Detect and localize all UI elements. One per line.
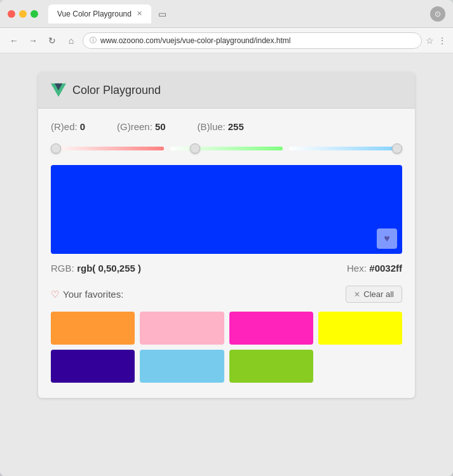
color-values-row: RGB: rgb( 0,50,255 ) Hex: #0032ff — [51, 263, 402, 274]
blue-slider[interactable] — [289, 147, 402, 150]
favorites-heart-icon: ♡ — [51, 289, 59, 300]
account-icon[interactable]: ⊙ — [430, 6, 445, 22]
back-button[interactable]: ← — [6, 33, 22, 48]
tab-bar: Vue Color Playground ✕ ▭ — [48, 4, 425, 23]
traffic-lights — [8, 10, 38, 18]
browser-content: Color Playground (R)ed: 0 (G)reen: 50 (B… — [0, 53, 453, 476]
swatch-yellow[interactable] — [318, 312, 402, 345]
rgb-text-label: RGB: — [51, 263, 74, 274]
swatch-skyblue[interactable] — [140, 350, 224, 383]
vue-logo-icon — [51, 83, 66, 98]
browser-toolbar: ← → ↻ ⌂ ⓘ www.ozoono.com/vuejs/vue-color… — [0, 28, 453, 53]
swatch-green[interactable] — [229, 350, 313, 383]
back-icon: ← — [10, 36, 18, 46]
sliders-row — [51, 142, 402, 155]
active-tab[interactable]: Vue Color Playground ✕ — [48, 4, 151, 23]
hex-display: Hex: #0032ff — [347, 263, 402, 274]
favorites-label: ♡ Your favorites: — [51, 289, 123, 300]
red-slider[interactable] — [51, 147, 164, 150]
traffic-light-green[interactable] — [30, 10, 38, 18]
rgb-text-value: rgb( 0,50,255 ) — [77, 263, 141, 274]
favorites-header: ♡ Your favorites: ✕ Clear all — [51, 286, 402, 303]
swatch-pink[interactable] — [140, 312, 224, 345]
blue-label: (B)lue: — [198, 121, 226, 132]
rgb-labels: (R)ed: 0 (G)reen: 50 (B)lue: 255 — [51, 121, 402, 132]
blue-slider-container — [289, 142, 402, 155]
swatch-purple[interactable] — [51, 350, 135, 383]
green-value: 50 — [155, 121, 166, 132]
clear-x-icon: ✕ — [354, 290, 360, 299]
swatch-orange[interactable] — [51, 312, 135, 345]
lock-icon: ⓘ — [90, 36, 97, 45]
hex-text-value: #0032ff — [369, 263, 402, 274]
red-label: (R)ed: — [51, 121, 78, 132]
home-button[interactable]: ⌂ — [64, 33, 79, 48]
green-slider-container — [170, 142, 283, 155]
favorites-text: Your favorites: — [63, 289, 123, 300]
blue-value: 255 — [228, 121, 244, 132]
swatch-empty — [318, 350, 402, 383]
app-body: (R)ed: 0 (G)reen: 50 (B)lue: 255 — [38, 109, 415, 398]
red-slider-container — [51, 142, 164, 155]
tab-title: Vue Color Playground — [57, 10, 132, 18]
green-label: (G)reen: — [117, 121, 152, 132]
app-title: Color Playground — [72, 84, 161, 97]
account-symbol: ⊙ — [435, 10, 441, 18]
new-tab-button[interactable]: ▭ — [154, 7, 172, 21]
clear-all-button[interactable]: ✕ Clear all — [346, 286, 402, 303]
clear-all-label: Clear all — [363, 289, 394, 299]
browser-titlebar: Vue Color Playground ✕ ▭ ⊙ — [0, 0, 453, 28]
bookmark-icon[interactable]: ☆ — [426, 36, 434, 46]
swatches-grid — [51, 312, 402, 383]
blue-label-group: (B)lue: 255 — [198, 121, 244, 132]
url-text: www.ozoono.com/vuejs/vue-color-playgroun… — [100, 36, 415, 45]
reload-button[interactable]: ↻ — [44, 33, 60, 48]
rgb-display: RGB: rgb( 0,50,255 ) — [51, 263, 141, 274]
hex-text-label: Hex: — [347, 263, 367, 274]
forward-button[interactable]: → — [25, 33, 41, 48]
forward-icon: → — [29, 36, 37, 46]
home-icon: ⌂ — [69, 36, 74, 46]
app-header: Color Playground — [38, 72, 415, 109]
browser-menu-icon[interactable]: ⋮ — [438, 36, 447, 46]
app-card: Color Playground (R)ed: 0 (G)reen: 50 (B… — [38, 72, 415, 398]
green-slider[interactable] — [170, 147, 283, 150]
red-value: 0 — [80, 121, 85, 132]
color-preview: ♥ — [51, 165, 402, 254]
save-favorite-button[interactable]: ♥ — [377, 228, 397, 249]
red-label-group: (R)ed: 0 — [51, 121, 85, 132]
green-label-group: (G)reen: 50 — [117, 121, 166, 132]
address-bar[interactable]: ⓘ www.ozoono.com/vuejs/vue-color-playgro… — [83, 32, 422, 49]
traffic-light-yellow[interactable] — [19, 10, 27, 18]
traffic-light-red[interactable] — [8, 10, 15, 18]
save-heart-icon: ♥ — [384, 233, 390, 244]
browser-window: Vue Color Playground ✕ ▭ ⊙ ← → ↻ ⌂ ⓘ www… — [0, 0, 453, 476]
swatch-magenta[interactable] — [229, 312, 313, 345]
tab-close-button[interactable]: ✕ — [137, 10, 142, 18]
reload-icon: ↻ — [48, 36, 56, 46]
